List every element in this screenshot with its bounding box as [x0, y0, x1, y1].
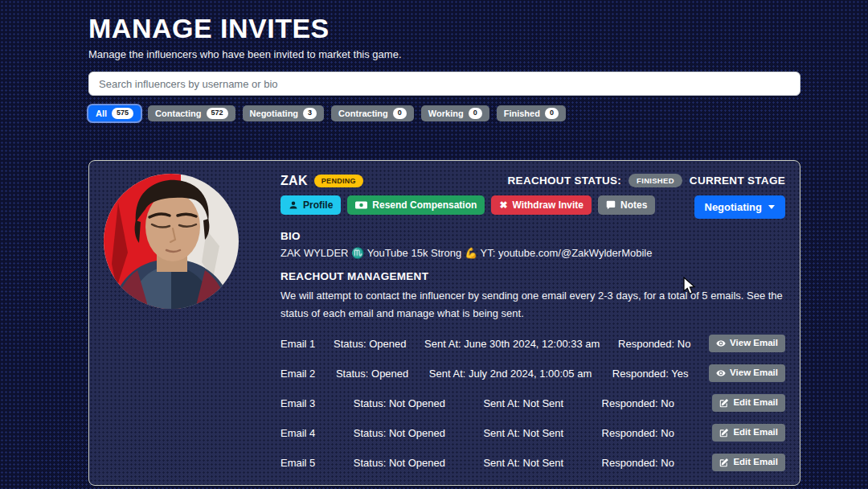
email-sent-at: Sent At: Not Sent: [483, 397, 563, 409]
avatar-image: [104, 174, 239, 309]
email-sent-at: Sent At: June 30th 2024, 12:00:33 am: [424, 338, 600, 350]
resend-button-label: Resend Compensation: [372, 199, 477, 211]
cash-icon: [355, 201, 367, 209]
email-list: Email 1 Status: Opened Sent At: June 30t…: [280, 334, 785, 472]
profile-button[interactable]: Profile: [280, 195, 341, 215]
email-responded: Responded: No: [602, 457, 674, 469]
card-header: ZAK PENDING REACHOUT STATUS: FINISHED CU…: [280, 174, 785, 188]
influencer-actions: Profile Resend Compensation ✖ Withdraw I…: [280, 195, 655, 215]
email-action-label: View Email: [730, 368, 778, 379]
note-icon: [606, 200, 616, 210]
email-label: Email 3: [280, 397, 315, 409]
email-action-label: Edit Email: [733, 427, 778, 438]
influencer-details: ZAK PENDING REACHOUT STATUS: FINISHED CU…: [280, 174, 785, 472]
email-action-label: Edit Email: [733, 457, 778, 468]
name-group: ZAK PENDING: [280, 174, 363, 188]
notes-button-label: Notes: [620, 199, 647, 211]
current-stage-value: Negotiating: [705, 201, 763, 214]
bio-text: ZAK WYLDER ♏️ YouTube 15k Strong 💪 YT: y…: [280, 247, 785, 259]
filter-contacting[interactable]: Contacting 572: [148, 105, 235, 121]
email-status: Status: Not Opened: [354, 397, 445, 409]
filter-negotiating[interactable]: Negotiating 3: [243, 105, 325, 121]
email-action-label: View Email: [730, 338, 778, 349]
filter-count-badge: 572: [207, 108, 228, 119]
page-subtitle: Manage the influencers who have been inv…: [88, 48, 800, 60]
caret-down-icon: [768, 205, 775, 209]
search-input[interactable]: [88, 72, 800, 96]
current-stage-label: CURRENT STAGE: [690, 175, 785, 187]
filter-label: Negotiating: [250, 109, 299, 118]
eye-icon: [716, 368, 726, 378]
email-label: Email 5: [280, 457, 315, 469]
filter-count-badge: 0: [393, 108, 407, 119]
reachout-management-label: REACHOUT MANAGEMENT: [280, 270, 785, 282]
x-icon: ✖: [499, 199, 507, 211]
filter-working[interactable]: Working 0: [421, 105, 489, 121]
edit-email-button[interactable]: Edit Email: [712, 424, 785, 442]
email-row: Email 3 Status: Not Opened Sent At: Not …: [280, 393, 785, 413]
email-label: Email 4: [280, 427, 315, 439]
filter-label: Contacting: [155, 109, 201, 118]
email-responded: Responded: No: [602, 427, 674, 439]
email-label: Email 1: [280, 338, 315, 350]
notes-button[interactable]: Notes: [598, 195, 655, 215]
filter-label: All: [96, 109, 107, 118]
email-status: Status: Opened: [334, 338, 406, 350]
view-email-button[interactable]: View Email: [709, 364, 785, 382]
pending-badge: PENDING: [314, 175, 363, 187]
page-container: MANAGE INVITES Manage the influencers wh…: [88, 0, 800, 486]
reachout-status-label: REACHOUT STATUS:: [508, 175, 622, 187]
filter-finished[interactable]: Finished 0: [497, 105, 566, 121]
email-row: Email 1 Status: Opened Sent At: June 30t…: [280, 334, 785, 353]
filter-contracting[interactable]: Contracting 0: [331, 105, 414, 121]
email-status: Status: Not Opened: [354, 457, 445, 469]
pencil-square-icon: [719, 428, 729, 438]
email-responded: Responded: Yes: [612, 368, 689, 380]
reachout-description: We will attempt to contact the influence…: [280, 287, 785, 322]
email-responded: Responded: No: [602, 397, 674, 409]
email-status: Status: Opened: [336, 368, 408, 380]
page-title: MANAGE INVITES: [88, 13, 800, 44]
influencer-name: ZAK: [280, 174, 308, 188]
eye-icon: [716, 339, 726, 348]
filter-pills: All 575 Contacting 572 Negotiating 3 Con…: [88, 105, 800, 121]
email-row: Email 2 Status: Opened Sent At: July 2nd…: [280, 364, 785, 383]
filter-all[interactable]: All 575: [88, 105, 141, 121]
email-row: Email 4 Status: Not Opened Sent At: Not …: [280, 423, 785, 442]
reachout-status-badge: FINISHED: [628, 174, 682, 187]
current-stage-dropdown[interactable]: Negotiating: [694, 195, 786, 220]
edit-email-button[interactable]: Edit Email: [712, 454, 785, 471]
resend-compensation-button[interactable]: Resend Compensation: [347, 195, 485, 215]
withdraw-button-label: Withdraw Invite: [512, 199, 583, 211]
email-row: Email 5 Status: Not Opened Sent At: Not …: [280, 453, 785, 472]
filter-count-badge: 0: [545, 108, 559, 119]
action-button-row: Profile Resend Compensation ✖ Withdraw I…: [280, 195, 785, 220]
filter-count-badge: 3: [303, 108, 317, 119]
email-status: Status: Not Opened: [354, 427, 445, 439]
email-action-label: Edit Email: [733, 397, 778, 409]
profile-button-label: Profile: [303, 199, 333, 211]
filter-label: Working: [428, 109, 464, 118]
pencil-square-icon: [719, 458, 729, 467]
edit-email-button[interactable]: Edit Email: [712, 394, 785, 412]
filter-label: Finished: [504, 109, 540, 118]
email-responded: Responded: No: [618, 338, 690, 350]
filter-label: Contracting: [338, 109, 388, 118]
person-icon: [289, 200, 298, 210]
email-sent-at: Sent At: July 2nd 2024, 1:00:05 am: [429, 368, 592, 380]
influencer-card: ZAK PENDING REACHOUT STATUS: FINISHED CU…: [88, 160, 800, 486]
filter-count-badge: 0: [469, 108, 482, 119]
filter-count-badge: 575: [112, 108, 133, 119]
pencil-square-icon: [719, 398, 729, 408]
email-label: Email 2: [280, 368, 315, 380]
status-group: REACHOUT STATUS: FINISHED CURRENT STAGE: [508, 174, 785, 187]
avatar: [104, 174, 239, 472]
email-sent-at: Sent At: Not Sent: [483, 457, 563, 469]
withdraw-invite-button[interactable]: ✖ Withdraw Invite: [491, 195, 592, 215]
bio-label: BIO: [280, 230, 785, 242]
view-email-button[interactable]: View Email: [709, 335, 785, 352]
email-sent-at: Sent At: Not Sent: [483, 427, 563, 439]
